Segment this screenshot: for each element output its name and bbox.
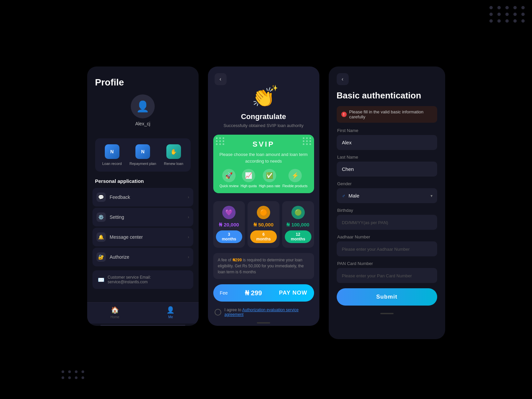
gender-select[interactable]: Male Female (337, 188, 437, 203)
clap-icon: 👏 ✨ (252, 86, 275, 108)
flexible-label: Flexible products (282, 184, 308, 188)
svip-desc: Please choose the loan amount and loan t… (219, 151, 309, 164)
gender-wrapper: ♂ Male Female ▾ (337, 188, 437, 203)
bottom-nav: 🏠 Home 👤 Me (87, 302, 199, 324)
svip-features: 🚀 Quick review 📈 High quota ✅ High pass … (219, 169, 309, 188)
menu-item-authorize[interactable]: 🔐 Authorize › (92, 248, 193, 266)
menu-item-setting[interactable]: ⚙️ Setting › (92, 208, 193, 226)
congrat-back-button[interactable]: ‹ (215, 73, 227, 85)
svip-dots-right (303, 137, 311, 145)
last-name-field: Last Name (337, 155, 437, 177)
agree-checkbox[interactable] (215, 309, 221, 316)
nav-indicator (100, 325, 185, 326)
quick-review-icon: 🚀 (222, 169, 236, 182)
loan-option-50k[interactable]: 🟠 ₦ 50,000 6 months (248, 201, 279, 248)
feature-flexible: ⚡ Flexible products (282, 169, 308, 188)
loan-amount-100k: ₦ 100,000 (286, 222, 309, 228)
fee-notice: A fee of ₦299 is required to determine y… (213, 253, 314, 279)
high-quota-icon: 📈 (242, 169, 255, 182)
pay-now-button[interactable]: PAY NOW (279, 290, 307, 296)
chevron-right-icon-2: › (188, 215, 189, 219)
aadhaar-label: Aadhaar Number (337, 234, 437, 239)
loan-term-12mo[interactable]: 12 months (285, 230, 311, 243)
nav-home[interactable]: 🏠 Home (87, 306, 143, 319)
first-name-field: First Name (337, 128, 437, 150)
aadhaar-field: Aadhaar Number (337, 234, 437, 256)
congrat-title: Congratulate (241, 112, 286, 121)
loan-options: 💜 ₦ 20,000 3 months 🟠 ₦ 50,000 6 months … (208, 199, 319, 250)
quick-actions: N Loan record N Repayment plan ✋ Renew l… (95, 138, 191, 172)
loan-icon: N (105, 144, 119, 159)
birthday-label: Birthday (337, 208, 437, 213)
loan-option-100k[interactable]: 🟢 ₦ 100,000 12 months (282, 201, 314, 248)
auth-title: Basic authentication (329, 90, 445, 106)
profile-screen: Profile 👤 Alex_cj N Loan record N Repaym… (87, 66, 199, 326)
scroll-indicator-3 (380, 313, 394, 314)
home-label: Home (110, 315, 119, 319)
birthday-field: Birthday (337, 208, 437, 230)
auth-back-button[interactable]: ‹ (337, 73, 349, 85)
quick-action-repay[interactable]: N Repayment plan (129, 144, 156, 166)
first-name-input[interactable] (337, 135, 437, 150)
me-label: Me (168, 315, 173, 319)
message-icon: 🔔 (96, 232, 106, 242)
menu-item-message[interactable]: 🔔 Message center › (92, 228, 193, 246)
birthday-input[interactable] (337, 215, 437, 230)
chevron-right-icon-4: › (188, 255, 189, 259)
renew-icon: ✋ (166, 144, 181, 159)
loan-option-20k[interactable]: 💜 ₦ 20,000 3 months (213, 201, 245, 248)
chevron-right-icon: › (188, 195, 189, 200)
loan-badge-20k: 💜 (222, 206, 236, 219)
customer-service: ✉️ Customer service Email: service@insta… (92, 270, 193, 289)
feature-high-quota: 📈 High quota (241, 169, 257, 188)
setting-label: Setting (110, 214, 188, 220)
avatar-icon: 👤 (136, 100, 149, 113)
auth-error-banner: ! Please fill in the valid basic informa… (337, 106, 437, 123)
menu-list: 💬 Feedback › ⚙️ Setting › 🔔 Message cent… (87, 188, 199, 266)
quick-action-loan[interactable]: N Loan record (102, 144, 122, 166)
nav-me[interactable]: 👤 Me (143, 306, 199, 319)
loan-term-6mo[interactable]: 6 months (250, 230, 277, 243)
avatar-section: 👤 Alex_cj (95, 94, 191, 126)
agree-row: I agree to Authorization evaluation serv… (208, 304, 319, 320)
error-icon: ! (341, 112, 347, 117)
pan-input[interactable] (337, 268, 437, 283)
message-label: Message center (110, 234, 188, 240)
gender-label: Gender (337, 181, 437, 186)
renew-label: Renew loan (164, 162, 183, 166)
last-name-input[interactable] (337, 162, 437, 177)
feature-quick-review: 🚀 Quick review (220, 169, 239, 188)
feedback-icon: 💬 (96, 193, 106, 202)
congrat-subtitle: Successfully obtained SVIP loan authorit… (224, 123, 303, 128)
last-name-label: Last Name (337, 155, 437, 160)
cs-email: Customer service Email: service@instantl… (108, 275, 188, 284)
auth-screen: ‹ Basic authentication ! Please fill in … (329, 66, 445, 339)
scroll-indicator-2 (257, 322, 270, 324)
auth-form: First Name Last Name Gender ♂ Male Femal… (329, 128, 445, 283)
authorize-label: Authorize (110, 254, 188, 260)
email-icon: ✉️ (98, 277, 104, 283)
loan-amount-20k: ₦ 20,000 (219, 222, 239, 228)
loan-amount-50k: ₦ 50,000 (254, 222, 273, 228)
bottom-dots-left (62, 370, 84, 379)
loan-term-3mo[interactable]: 3 months (216, 230, 243, 243)
home-icon: 🏠 (111, 306, 119, 314)
pay-now-bar[interactable]: Fee ₦ 299 PAY NOW (213, 284, 314, 302)
decorative-dots (483, 0, 532, 29)
flexible-icon: ⚡ (288, 169, 302, 182)
menu-item-feedback[interactable]: 💬 Feedback › (92, 188, 193, 206)
screens-container: Profile 👤 Alex_cj N Loan record N Repaym… (87, 60, 445, 339)
high-quota-label: High quota (241, 184, 257, 188)
agree-text: I agree to Authorization evaluation serv… (225, 308, 313, 317)
quick-action-renew[interactable]: ✋ Renew loan (164, 144, 183, 166)
fee-label: Fee (220, 290, 228, 296)
pan-field: PAN Card Number (337, 261, 437, 283)
profile-header: Profile 👤 Alex_cj (87, 66, 199, 138)
submit-button[interactable]: Submit (337, 288, 437, 306)
svip-card: SVIP Please choose the loan amount and l… (213, 135, 314, 193)
gender-field: Gender ♂ Male Female ▾ (337, 181, 437, 203)
repay-label: Repayment plan (129, 162, 156, 166)
setting-icon: ⚙️ (96, 212, 106, 222)
chevron-right-icon-3: › (188, 235, 189, 239)
aadhaar-input[interactable] (337, 241, 437, 256)
